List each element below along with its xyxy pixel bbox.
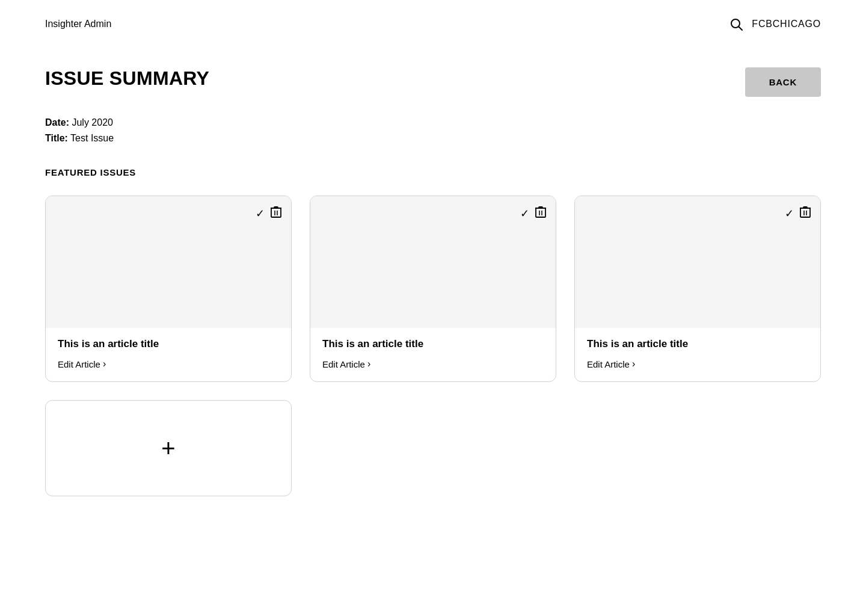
edit-article-label-3: Edit Article bbox=[587, 359, 630, 369]
card-body-3: This is an article title Edit Article › bbox=[575, 328, 820, 381]
edit-article-link-2[interactable]: Edit Article › bbox=[322, 359, 544, 369]
add-icon: + bbox=[161, 436, 175, 460]
back-button[interactable]: BACK bbox=[745, 67, 821, 97]
card-actions-2: ✓ bbox=[520, 206, 546, 221]
header: Insighter Admin FCBCHICAGO bbox=[0, 0, 866, 43]
article-card-2: ✓ This is an article title bbox=[310, 196, 556, 382]
page-title-row: ISSUE SUMMARY BACK bbox=[45, 67, 821, 97]
articles-grid: ✓ This is an article title bbox=[45, 196, 821, 382]
card-image-area-3: ✓ bbox=[575, 196, 820, 328]
delete-icon-1[interactable] bbox=[271, 206, 281, 221]
featured-issues-heading: FEATURED ISSUES bbox=[45, 167, 821, 177]
card-title-2: This is an article title bbox=[322, 337, 544, 351]
check-icon-3[interactable]: ✓ bbox=[785, 207, 794, 220]
check-icon-1[interactable]: ✓ bbox=[256, 207, 265, 220]
chevron-icon-1: › bbox=[103, 359, 106, 369]
meta-title-row: Title: Test Issue bbox=[45, 131, 821, 146]
title-label: Title: bbox=[45, 133, 68, 143]
issue-title-value: Test Issue bbox=[70, 133, 114, 143]
edit-article-link-1[interactable]: Edit Article › bbox=[58, 359, 279, 369]
card-actions-1: ✓ bbox=[256, 206, 281, 221]
card-image-area-1: ✓ bbox=[46, 196, 291, 328]
card-body-1: This is an article title Edit Article › bbox=[46, 328, 291, 381]
article-card-3: ✓ This is an article title bbox=[574, 196, 821, 382]
svg-line-1 bbox=[739, 27, 743, 31]
meta-date-row: Date: July 2020 bbox=[45, 115, 821, 131]
date-value: July 2020 bbox=[72, 117, 113, 128]
article-card-1: ✓ This is an article title bbox=[45, 196, 292, 382]
edit-article-link-3[interactable]: Edit Article › bbox=[587, 359, 808, 369]
header-right: FCBCHICAGO bbox=[729, 17, 821, 31]
svg-rect-10 bbox=[800, 208, 810, 217]
app-logo: Insighter Admin bbox=[45, 19, 111, 29]
card-image-area-2: ✓ bbox=[310, 196, 556, 328]
main-content: ISSUE SUMMARY BACK Date: July 2020 Title… bbox=[0, 43, 866, 520]
card-actions-3: ✓ bbox=[785, 206, 811, 221]
delete-icon-2[interactable] bbox=[535, 206, 546, 221]
delete-icon-3[interactable] bbox=[800, 206, 811, 221]
add-article-card[interactable]: + bbox=[45, 400, 292, 496]
svg-rect-6 bbox=[536, 208, 545, 217]
page-title: ISSUE SUMMARY bbox=[45, 67, 209, 90]
check-icon-2[interactable]: ✓ bbox=[520, 207, 529, 220]
meta-section: Date: July 2020 Title: Test Issue bbox=[45, 115, 821, 146]
svg-rect-2 bbox=[271, 208, 281, 217]
edit-article-label-1: Edit Article bbox=[58, 359, 100, 369]
edit-article-label-2: Edit Article bbox=[322, 359, 365, 369]
chevron-icon-2: › bbox=[367, 359, 370, 369]
chevron-icon-3: › bbox=[632, 359, 635, 369]
cards-grid-bottom: + bbox=[45, 400, 821, 496]
date-label: Date: bbox=[45, 117, 69, 128]
card-body-2: This is an article title Edit Article › bbox=[310, 328, 556, 381]
org-name: FCBCHICAGO bbox=[752, 19, 821, 29]
card-title-1: This is an article title bbox=[58, 337, 279, 351]
search-icon[interactable] bbox=[729, 17, 743, 31]
card-title-3: This is an article title bbox=[587, 337, 808, 351]
